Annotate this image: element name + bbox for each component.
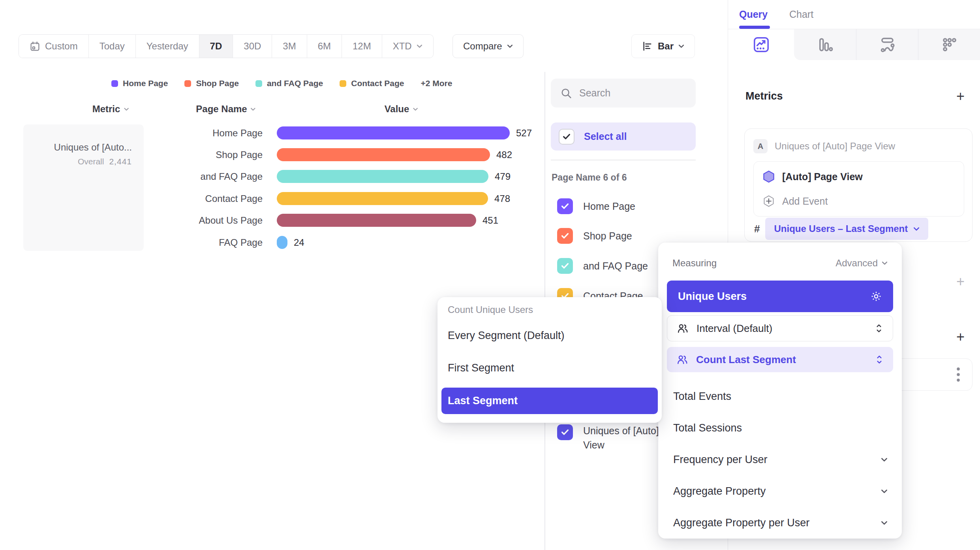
stepper-icon[interactable]	[875, 323, 883, 333]
row-page-name: FAQ Page	[0, 237, 263, 248]
series-checkbox[interactable]	[557, 258, 573, 274]
legend-swatch	[111, 80, 118, 87]
tab-flows[interactable]	[918, 29, 980, 60]
date-range-custom[interactable]: Custom	[19, 35, 89, 58]
metrics-heading: Metrics	[745, 90, 783, 102]
users-icon	[677, 322, 689, 334]
segment-option-every[interactable]: Every Segment (Default)	[448, 330, 565, 342]
count-last-segment-stepper[interactable]: Count Last Segment	[667, 347, 893, 372]
aggregation-selector[interactable]: Unique Users – Last Segment	[765, 218, 928, 240]
search-input[interactable]: Search	[551, 79, 696, 107]
event-row[interactable]: [Auto] Page View	[762, 170, 863, 183]
search-placeholder: Search	[579, 87, 610, 99]
column-header-value[interactable]: Value	[385, 104, 418, 115]
legend-item[interactable]: Shop Page	[184, 79, 239, 88]
kebab-menu-icon[interactable]	[956, 367, 960, 382]
measure-option-total-events[interactable]: Total Events	[673, 390, 888, 403]
value-bar[interactable]	[277, 148, 490, 161]
add-event-icon	[762, 195, 775, 207]
column-header-page-name[interactable]: Page Name	[196, 104, 255, 115]
chevron-down-icon	[881, 458, 888, 462]
row-page-name: and FAQ Page	[0, 171, 263, 182]
table-row: Shop Page 482	[0, 148, 512, 161]
value-bar[interactable]	[277, 170, 488, 183]
metric-definition-card: A Uniques of [Auto] Page View [Auto] Pag…	[744, 128, 972, 242]
date-range-yesterday[interactable]: Yesterday	[136, 35, 199, 58]
tab-query[interactable]: Query	[739, 9, 768, 20]
gear-icon[interactable]	[870, 290, 882, 302]
table-row: FAQ Page 24	[0, 236, 304, 249]
tab-chart[interactable]: Chart	[789, 9, 813, 20]
funnels-icon	[817, 36, 833, 53]
legend-more[interactable]: +2 More	[421, 79, 452, 88]
tab-insights[interactable]	[728, 29, 794, 60]
legend-swatch	[255, 80, 262, 87]
value-bar[interactable]	[277, 214, 476, 227]
date-range-today[interactable]: Today	[89, 35, 136, 58]
date-range-7d[interactable]: 7D	[199, 35, 233, 58]
event-card: [Auto] Page View Add Event	[753, 161, 964, 217]
list-item[interactable]: Shop Page	[557, 228, 632, 244]
chevron-down-icon	[507, 44, 513, 48]
date-range-12m[interactable]: 12M	[342, 35, 382, 58]
add-metric-button[interactable]: +	[956, 89, 965, 104]
table-row: and FAQ Page 479	[0, 170, 511, 183]
value-bar[interactable]	[277, 126, 510, 139]
chevron-down-icon	[251, 107, 256, 111]
date-range-3m[interactable]: 3M	[272, 35, 307, 58]
date-range-label: Custom	[45, 41, 78, 52]
legend-item[interactable]: Home Page	[111, 79, 168, 88]
legend-item[interactable]: Contact Page	[340, 79, 404, 88]
row-value: 478	[494, 193, 510, 204]
metric-card-title: Uniques of [Auto] Page View	[775, 141, 895, 152]
interval-stepper[interactable]: Interval (Default)	[667, 315, 893, 341]
advanced-toggle[interactable]: Advanced	[835, 258, 888, 269]
measure-option-aggregate-property-per-user[interactable]: Aggregate Property per User	[673, 517, 888, 529]
value-bar[interactable]	[277, 192, 488, 205]
metric-cell[interactable]: Uniques of [Auto... Overall 2,441	[23, 124, 144, 251]
select-all-row[interactable]: Select all	[551, 122, 696, 151]
stepper-icon[interactable]	[875, 354, 884, 365]
date-range-6m[interactable]: 6M	[307, 35, 342, 58]
measuring-label: Measuring	[672, 258, 717, 269]
date-range-xtd[interactable]: XTD	[382, 35, 433, 58]
date-range-30d[interactable]: 30D	[233, 35, 272, 58]
chevron-down-icon	[913, 227, 920, 231]
date-range-group: Custom Today Yesterday 7D 30D 3M 6M 12M …	[19, 34, 434, 58]
add-filter-button[interactable]: +	[956, 275, 965, 289]
search-icon	[560, 87, 572, 99]
flows-icon	[941, 36, 958, 53]
row-page-name: Shop Page	[0, 149, 263, 160]
series-checkbox[interactable]	[557, 228, 573, 244]
check-icon	[561, 263, 569, 269]
row-page-name: Home Page	[0, 128, 263, 139]
add-breakdown-button[interactable]: +	[956, 330, 965, 344]
measure-option-unique-users[interactable]: Unique Users	[667, 281, 893, 312]
legend-item[interactable]: and FAQ Page	[255, 79, 323, 88]
row-page-name: Contact Page	[0, 193, 263, 204]
series-checkbox[interactable]	[557, 198, 573, 214]
list-item[interactable]: Home Page	[557, 198, 635, 214]
measure-option-aggregate-property[interactable]: Aggregate Property	[673, 485, 888, 497]
list-item[interactable]: and FAQ Page	[557, 258, 648, 274]
column-header-metric[interactable]: Metric	[92, 104, 129, 115]
table-row: Contact Page 478	[0, 192, 510, 205]
compare-button[interactable]: Compare	[452, 34, 524, 58]
series-checkbox[interactable]	[557, 424, 573, 440]
users-icon	[676, 354, 688, 365]
measure-option-frequency-per-user[interactable]: Frequency per User	[673, 454, 888, 466]
insights-icon	[753, 36, 770, 53]
row-value: 482	[496, 149, 512, 160]
add-event-button[interactable]: Add Event	[762, 195, 828, 207]
segment-option-last-selected[interactable]: Last Segment	[441, 388, 658, 414]
table-row: About Us Page 451	[0, 214, 498, 227]
hash-icon: #	[754, 223, 760, 235]
segment-option-first[interactable]: First Segment	[448, 362, 514, 374]
measure-option-total-sessions[interactable]: Total Sessions	[673, 422, 888, 434]
row-page-name: About Us Page	[0, 215, 263, 226]
tab-retention[interactable]	[856, 29, 919, 60]
query-panel-tabs: Query Chart	[728, 0, 980, 29]
select-all-checkbox[interactable]	[559, 129, 574, 145]
value-bar[interactable]	[277, 236, 287, 249]
tab-funnels[interactable]	[794, 29, 856, 60]
